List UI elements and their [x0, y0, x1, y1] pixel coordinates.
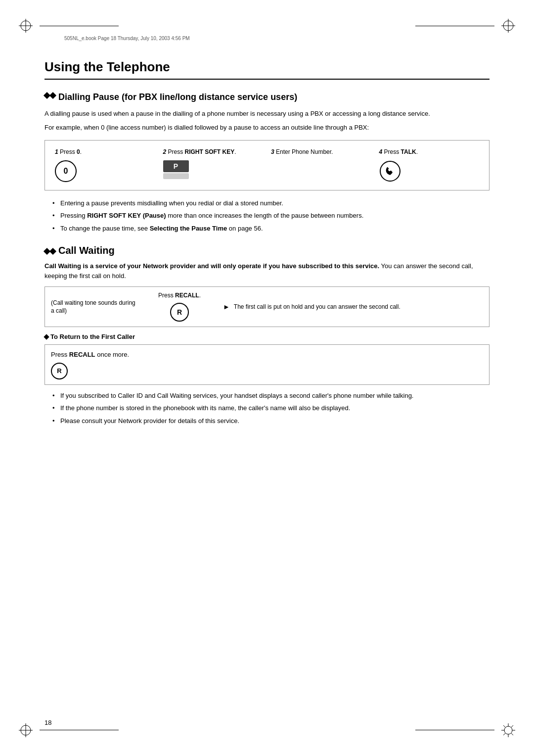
bottom-rule-right — [415, 730, 494, 730]
cw-cell-1: (Call waiting tone sounds during a call) — [51, 299, 140, 316]
svg-line-15 — [511, 733, 513, 735]
cw-cell-3: The first call is put on hold and you ca… — [234, 303, 483, 311]
step-1-icon: 0 — [55, 160, 77, 182]
cw-bullet-2: If the phone number is stored in the pho… — [52, 403, 490, 413]
cw-table-row: (Call waiting tone sounds during a call)… — [45, 287, 489, 327]
cw-diamond-icon-pair — [44, 249, 55, 254]
p-button-bottom — [163, 173, 189, 179]
cw-bullet-3: Please consult your Network provider for… — [52, 416, 490, 426]
call-waiting-intro: Call Waiting is a service of your Networ… — [44, 261, 490, 281]
cw-bullet-1: If you subscribed to Caller ID and Call … — [52, 391, 490, 401]
step-1-label: 1 Press 0. — [55, 148, 82, 156]
step-2-icon: P — [163, 160, 189, 179]
step-1-key-label: 0 — [77, 148, 80, 155]
page-number: 18 — [44, 719, 51, 726]
small-diamond-icon — [44, 334, 49, 339]
p-key-box: P — [163, 160, 189, 179]
zero-key: 0 — [55, 160, 77, 182]
svg-line-16 — [511, 725, 513, 727]
call-waiting-heading: Call Waiting — [44, 245, 490, 256]
dialling-pause-section: Dialling Pause (for PBX line/long distan… — [44, 92, 490, 233]
call-waiting-intro-bold: Call Waiting is a service of your Networ… — [44, 262, 379, 270]
steps-container: 1 Press 0. 0 2 Press RIGHT SOFT KEY. P — [44, 140, 490, 190]
corner-mark-tr — [501, 19, 515, 33]
call-waiting-table: (Call waiting tone sounds during a call)… — [44, 286, 490, 327]
main-content: Using the Telephone Dialling Pause (for … — [44, 59, 490, 425]
bullet-3: To change the pause time, see Selecting … — [52, 224, 490, 234]
bullet-2: Pressing RIGHT SOFT KEY (Pause) more tha… — [52, 211, 490, 221]
step-3: 3 Enter Phone Number. — [267, 148, 375, 160]
svg-point-9 — [504, 726, 512, 734]
cw-arrow: ► — [219, 303, 234, 311]
recall-key-container: R — [51, 363, 483, 379]
dialling-pause-title: Dialling Pause (for PBX line/long distan… — [58, 92, 297, 103]
svg-line-14 — [503, 725, 505, 727]
recall-key-r2: R — [51, 363, 68, 379]
step-4-key-label: TALK — [401, 148, 416, 155]
arrow-right-icon: ► — [223, 303, 230, 311]
step-4: 4 Press TALK. — [375, 148, 484, 182]
chapter-title: Using the Telephone — [44, 59, 490, 80]
step-2-label: 2 Press RIGHT SOFT KEY. — [163, 148, 236, 156]
header-info: 505NL_e.book Page 18 Thursday, July 10, … — [64, 36, 190, 41]
return-to-first-caller-heading: To Return to the First Caller — [44, 333, 490, 340]
call-waiting-bullets: If you subscribed to Caller ID and Call … — [52, 391, 490, 426]
diamond-2 — [49, 92, 56, 99]
dialling-pause-body2: For example, when 0 (line access number)… — [44, 123, 490, 133]
dialling-pause-heading: Dialling Pause (for PBX line/long distan… — [44, 92, 490, 103]
recall-key-r: R — [170, 303, 189, 322]
bullet-1: Entering a pause prevents misdialling wh… — [52, 198, 490, 208]
step-4-number: 4 — [379, 148, 383, 155]
step-2: 2 Press RIGHT SOFT KEY. P — [159, 148, 267, 179]
dialling-pause-bullets: Entering a pause prevents misdialling wh… — [52, 198, 490, 234]
p-button-top: P — [163, 160, 189, 172]
top-rule-right — [415, 26, 494, 26]
step-2-number: 2 — [163, 148, 167, 155]
call-waiting-title: Call Waiting — [58, 245, 115, 256]
svg-line-17 — [503, 733, 505, 735]
cw-press-recall-label: Press RECALL. — [158, 292, 201, 299]
bottom-rule-left — [40, 730, 119, 730]
diamond-icon-pair — [44, 93, 55, 98]
corner-mark-br — [501, 723, 515, 737]
talk-key-icon — [379, 160, 401, 182]
step-2-key-label: RIGHT SOFT KEY — [185, 148, 235, 155]
step-3-label: 3 Enter Phone Number. — [271, 148, 333, 156]
corner-mark-tl — [19, 19, 33, 33]
step-3-number: 3 — [271, 148, 274, 155]
return-to-first-caller-label: To Return to the First Caller — [50, 333, 135, 340]
step-4-icon — [379, 160, 401, 182]
step-4-label: 4 Press TALK. — [379, 148, 418, 156]
dialling-pause-body1: A dialling pause is used when a pause in… — [44, 109, 490, 119]
top-rule-left — [40, 26, 119, 26]
recall-text: Press RECALL once more. — [51, 350, 483, 360]
cw-cell-2: Press RECALL. R — [140, 292, 219, 322]
step-1: 1 Press 0. 0 — [51, 148, 159, 182]
cw-diamond-2 — [49, 248, 56, 255]
page: 505NL_e.book Page 18 Thursday, July 10, … — [0, 0, 534, 756]
call-waiting-section: Call Waiting Call Waiting is a service o… — [44, 245, 490, 425]
step-1-number: 1 — [55, 148, 58, 155]
corner-mark-bl — [19, 723, 33, 737]
recall-box: Press RECALL once more. R — [44, 344, 490, 385]
